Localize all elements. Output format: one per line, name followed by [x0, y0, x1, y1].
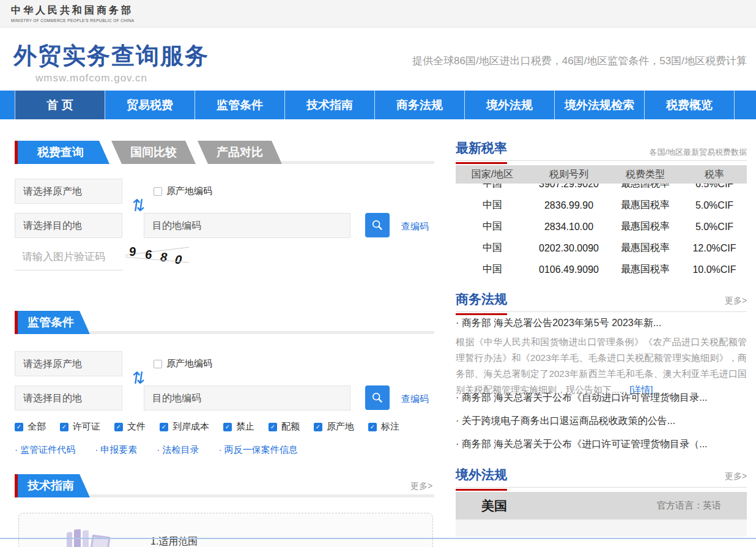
rates-table-header: 国家/地区 税则号列 税费类型 税率 [456, 165, 747, 184]
books-icon [62, 524, 111, 547]
supervision-section-title[interactable]: 监管条件 [18, 311, 90, 334]
magnifier-icon [371, 392, 384, 404]
swap-icon[interactable]: ⇅ [130, 196, 147, 215]
query-tab-bar: 税费查询 国间比较 产品对比 [15, 141, 434, 164]
filter-cif-cost[interactable]: 到岸成本 [160, 421, 209, 433]
checkbox-box[interactable] [154, 187, 162, 196]
col-rate: 税率 [682, 168, 747, 181]
regulation-item[interactable]: · 商务部 海关总署关于公布《自动进口许可管理货物目录... [456, 392, 747, 404]
link-supervision-cert-codes[interactable]: · 监管证件代码 [15, 444, 75, 456]
destination-select[interactable] [15, 213, 122, 238]
tech-guide-section-title[interactable]: 技术指南 [18, 474, 90, 497]
site-domain: wmsw.mofcom.gov.cn [35, 72, 147, 84]
captcha-image[interactable]: 9 6 8 0 [125, 244, 189, 268]
lookup-code-link[interactable]: 查编码 [401, 221, 429, 233]
rates-ticker-window: 中国3907.29.9020最惠国税率6.5%CIF 中国2836.99.90最… [456, 184, 747, 283]
filter-origin[interactable]: 原产地 [314, 421, 354, 433]
origin-select[interactable] [15, 179, 122, 204]
regulation-headline[interactable]: · 商务部 海关总署公告2023年第5号 2023年新... [456, 317, 747, 330]
swap-icon[interactable]: ⇅ [130, 368, 147, 387]
search-button[interactable] [365, 213, 390, 237]
regulations-more-link[interactable]: 更多> [725, 296, 747, 307]
nav-item-tech-guide[interactable]: 技术指南 [285, 91, 375, 119]
page: 中华人民共和国商务部 MINISTRY OF COMMERCE PEOPLE'S… [0, 0, 756, 547]
tech-guide-card[interactable]: 1.适用范围 [18, 513, 433, 547]
guide-first-item[interactable]: 1.适用范围 [150, 535, 198, 547]
country-name[interactable]: 美国 [481, 497, 507, 515]
filter-quota[interactable]: 配额 [269, 421, 300, 433]
foreign-regs-header: 境外法规 [456, 466, 747, 488]
destination-code-input[interactable] [144, 213, 350, 238]
checkbox-label: 原产地编码 [166, 358, 212, 370]
supervision-section-header: 监管条件 [15, 311, 434, 334]
lookup-code-link[interactable]: 查编码 [401, 393, 429, 405]
main-nav: 首 页 贸易税费 监管条件 技术指南 商务法规 境外法规 境外法规检索 税费概览 [0, 91, 756, 119]
captcha-digit: 0 [174, 252, 182, 267]
nav-item-tax-overview[interactable]: 税费概览 [645, 91, 735, 119]
country-card-header[interactable]: 美国 官方语言：英语 [456, 492, 747, 519]
red-accent-bar [15, 311, 18, 334]
checkbox-box[interactable] [154, 360, 162, 368]
tab-filler-line [90, 474, 434, 497]
col-country: 国家/地区 [456, 168, 529, 181]
origin-code-checkbox[interactable]: 原产地编码 [154, 185, 212, 197]
nav-item-foreign-regs-search[interactable]: 境外法规检索 [555, 91, 645, 119]
logo-text-en: MINISTRY OF COMMERCE PEOPLE'S REPUBLIC O… [11, 18, 134, 23]
filter-license[interactable]: 许可证 [60, 421, 100, 433]
latest-rates-table: 国家/地区 税则号列 税费类型 税率 中国3907.29.9020最惠国税率6.… [456, 165, 747, 283]
filter-document[interactable]: 文件 [114, 421, 146, 433]
nav-item-home[interactable]: 首 页 [15, 91, 105, 119]
tech-guide-section-header: 技术指南 [15, 474, 434, 497]
latest-rates-subtitle: 各国/地区最新贸易税费数据 [649, 147, 747, 158]
link-inspection-catalog[interactable]: · 法检目录 [157, 444, 199, 456]
supervision-search-button[interactable] [365, 385, 390, 410]
table-row[interactable]: 中国2836.99.90最惠国税率5.0%CIF [456, 195, 747, 216]
table-row[interactable]: 中国0106.49.9090最惠国税率10.0%CIF [456, 259, 747, 280]
nav-item-trade-tax[interactable]: 贸易税费 [105, 91, 195, 119]
supervision-origin-code-checkbox[interactable]: 原产地编码 [154, 358, 212, 370]
country-card-body [456, 519, 747, 537]
captcha-digit: 6 [144, 248, 152, 262]
supervision-origin-select[interactable] [15, 351, 122, 376]
nav-item-commerce-regs[interactable]: 商务法规 [375, 91, 465, 119]
captcha-input[interactable] [15, 244, 122, 270]
foreign-regs-more-link[interactable]: 更多> [725, 471, 747, 482]
tab-filler-line [282, 141, 434, 164]
link-declaration-elements[interactable]: · 申报要素 [95, 444, 137, 456]
tab-country-compare[interactable]: 国间比较 [111, 141, 196, 164]
site-tagline: 提供全球86国/地区进出口税费，46国/地区监管条件，53国/地区税费计算 [412, 54, 747, 68]
regulation-item[interactable]: · 关于跨境电子商务出口退运商品税收政策的公告... [456, 415, 747, 428]
foreign-regs-title[interactable]: 境外法规 [456, 466, 507, 491]
link-trade-remedy-cases[interactable]: · 两反一保案件信息 [219, 444, 298, 456]
tab-filler-line [90, 311, 434, 334]
latest-rates-title[interactable]: 最新税率 [456, 140, 507, 164]
nav-item-supervision[interactable]: 监管条件 [195, 91, 285, 119]
filter-all[interactable]: 全部 [15, 421, 46, 433]
red-accent-bar [15, 141, 18, 164]
tab-product-compare[interactable]: 产品对比 [198, 141, 282, 164]
supervision-destination-select[interactable] [15, 385, 122, 411]
red-accent-bar [15, 474, 18, 497]
supervision-destination-code-input[interactable] [144, 385, 350, 411]
table-row[interactable]: 中国0202.30.0090最惠国税率12.0%CIF [456, 237, 747, 259]
magnifier-icon [371, 219, 384, 231]
regulation-summary: 根据《中华人民共和国货物进出口管理条例》《农产品进口关税配额管理暂行办法》和《2… [456, 334, 747, 398]
regulations-title[interactable]: 商务法规 [456, 291, 507, 315]
filter-marking[interactable]: 标注 [368, 421, 399, 433]
supervision-filter-row: 全部 许可证 文件 到岸成本 禁止 配额 原产地 标注 [15, 421, 399, 433]
supervision-links-row: · 监管证件代码 · 申报要素 · 法检目录 · 两反一保案件信息 [15, 444, 298, 456]
checkbox-label: 原产地编码 [166, 185, 212, 197]
filter-prohibited[interactable]: 禁止 [223, 421, 254, 433]
summary-text: 根据《中华人民共和国货物进出口管理条例》《农产品进口关税配额管理暂行办法》和《2… [456, 337, 747, 395]
regulation-item[interactable]: · 商务部 海关总署关于公布《进口许可证管理货物目录（... [456, 438, 747, 451]
gov-logo-strip: 中华人民共和国商务部 MINISTRY OF COMMERCE PEOPLE'S… [0, 0, 756, 28]
nav-item-foreign-regs[interactable]: 境外法规 [465, 91, 555, 119]
table-row[interactable]: 中国2834.10.00最惠国税率5.0%CIF [456, 216, 747, 237]
mofcom-logo[interactable]: 中华人民共和国商务部 MINISTRY OF COMMERCE PEOPLE'S… [11, 4, 134, 23]
country-language: 官方语言：英语 [657, 500, 721, 512]
table-row[interactable]: 中国3907.29.9020最惠国税率6.5%CIF [456, 184, 747, 195]
tab-tax-query[interactable]: 税费查询 [18, 141, 109, 164]
page-title: 外贸实务查询服务 [13, 40, 209, 72]
latest-rates-header: 最新税率 各国/地区最新贸易税费数据 [456, 140, 747, 161]
tech-guide-more-link[interactable]: 更多> [410, 481, 432, 492]
